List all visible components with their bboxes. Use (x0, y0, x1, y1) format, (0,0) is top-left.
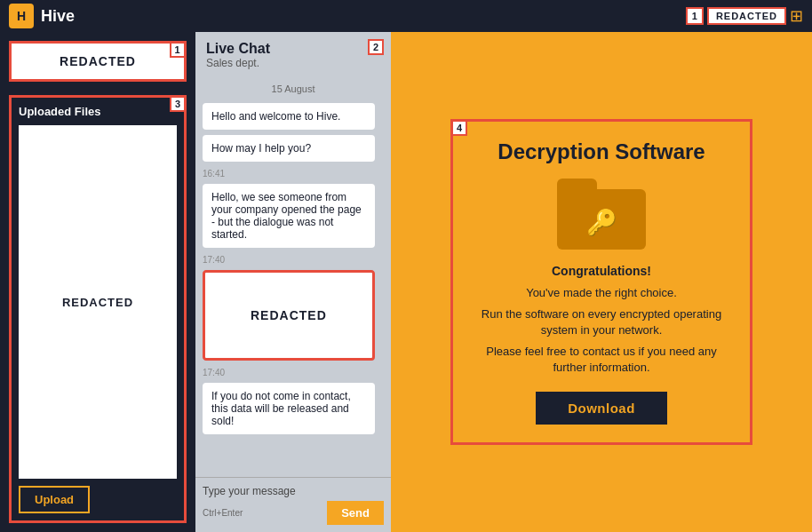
chat-message-1: Hello and welcome to Hive. (203, 103, 375, 130)
left-panel: REDACTED 1 3 Uploaded Files REDACTED Upl… (0, 32, 195, 532)
redacted-id-box: REDACTED 1 (9, 41, 187, 82)
header: H Hive 1 REDACTED ⊞ (0, 0, 812, 32)
header-redacted-badge: REDACTED (707, 7, 786, 25)
send-button[interactable]: Send (327, 501, 384, 525)
decryption-card: 4 Decryption Software 🔑 Congratulations!… (450, 119, 752, 446)
chat-input-row: Ctrl+Enter Send (203, 501, 384, 525)
header-right: 1 REDACTED ⊞ (686, 6, 803, 26)
right-panel: 4 Decryption Software 🔑 Congratulations!… (391, 32, 812, 532)
folder-key-icon: 🔑 (557, 179, 646, 250)
chat-date: 15 August (203, 83, 384, 94)
uploaded-files-number: 3 (170, 96, 186, 112)
main-content: REDACTED 1 3 Uploaded Files REDACTED Upl… (0, 32, 812, 532)
chat-messages: 15 August Hello and welcome to Hive. How… (195, 73, 391, 477)
redacted-id-text: REDACTED (60, 54, 136, 68)
decryption-text-1: You've made the right choice. (480, 285, 723, 301)
header-left: H Hive (9, 4, 75, 28)
uploaded-files-title: Uploaded Files (19, 105, 177, 118)
chat-header: Live Chat Sales dept. 2 (195, 32, 391, 73)
decryption-congrats: Congratulations! (480, 264, 723, 278)
chat-hint: Ctrl+Enter (203, 508, 243, 518)
app-title: Hive (41, 7, 75, 26)
chat-subtitle: Sales dept. (206, 57, 380, 69)
box-number-1: 1 (170, 42, 186, 58)
uploaded-files-section: 3 Uploaded Files REDACTED Upload (9, 95, 187, 523)
decryption-text-3: Please feel free to contact us if you ne… (480, 344, 723, 376)
key-icon: 🔑 (586, 207, 617, 236)
header-badge-number: 1 (686, 7, 704, 25)
file-preview-text: REDACTED (62, 296, 133, 309)
chat-message-2: How may I help you? (203, 135, 375, 162)
file-preview-area: REDACTED (19, 125, 177, 479)
chat-message-4: If you do not come in contact, this data… (203, 383, 375, 434)
decryption-title: Decryption Software (480, 139, 723, 164)
chat-message-redacted: REDACTED (203, 270, 375, 361)
chat-time-1: 16:41 (203, 169, 384, 179)
chat-input-label: Type your message (203, 485, 384, 497)
logout-icon[interactable]: ⊞ (790, 6, 803, 26)
chat-message-3: Hello, we see someone from your company … (203, 184, 375, 248)
chat-panel: Live Chat Sales dept. 2 15 August Hello … (195, 32, 391, 532)
chat-time-3: 17:40 (203, 368, 384, 377)
download-button[interactable]: Download (536, 392, 667, 425)
chat-time-2: 17:40 (203, 255, 384, 265)
decryption-number: 4 (451, 120, 467, 136)
chat-input-area: Type your message Ctrl+Enter Send (195, 477, 391, 532)
hive-logo-icon: H (9, 4, 34, 28)
decryption-text-2: Run the software on every encrypted oper… (480, 306, 723, 338)
chat-title: Live Chat (206, 41, 380, 57)
upload-button[interactable]: Upload (19, 486, 90, 513)
chat-number: 2 (368, 39, 384, 55)
